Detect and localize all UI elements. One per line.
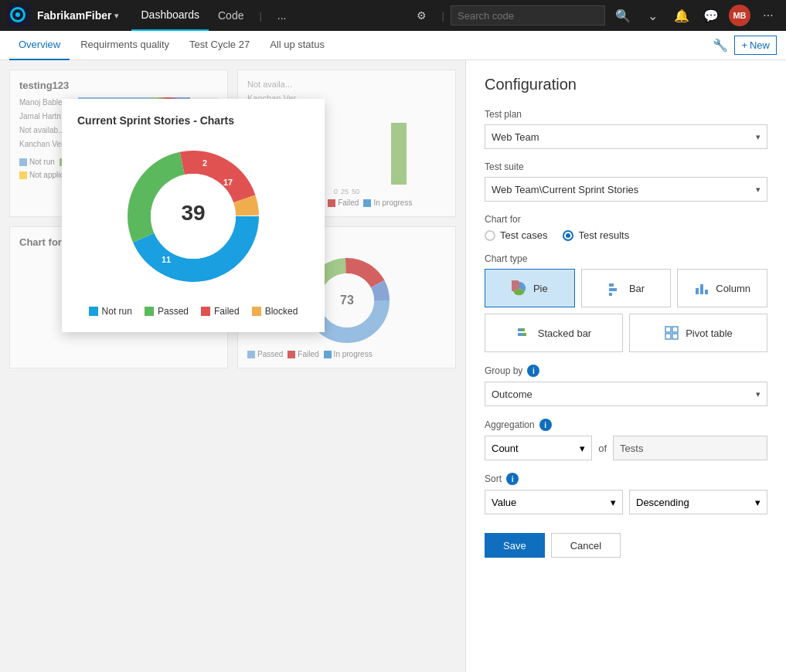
test-suite-dropdown[interactable]: Web Team\Current Sprint Stories ▾	[485, 177, 767, 202]
chart-for-label: Chart for	[485, 214, 767, 225]
avatar[interactable]: MB	[729, 5, 750, 26]
config-title: Configuration	[485, 76, 767, 93]
svg-text:17: 17	[223, 178, 233, 187]
chart-legend: Not run Passed Failed Blocked	[77, 306, 309, 317]
tile-title-testing: testing123	[19, 80, 218, 91]
group-by-dropdown[interactable]: Outcome ▾	[485, 382, 767, 406]
svg-rect-17	[609, 283, 614, 287]
sort-value-chevron-icon: ▾	[611, 497, 616, 508]
chart-type-pie[interactable]: Pie	[485, 269, 575, 307]
legend-not-run: Not run	[89, 306, 132, 317]
sort-row: Value ▾ Descending ▾	[485, 490, 767, 514]
pie-icon	[512, 280, 527, 296]
svg-rect-18	[609, 288, 617, 291]
sort-order-dropdown[interactable]: Descending ▾	[629, 490, 767, 514]
sort-order-chevron-icon: ▾	[755, 497, 760, 508]
svg-text:73: 73	[340, 294, 354, 307]
search-icon[interactable]: 🔍	[611, 4, 635, 27]
test-plan-dropdown[interactable]: Web Team ▾	[485, 124, 767, 149]
pivot-icon	[664, 325, 679, 341]
legend-blocked: Blocked	[252, 306, 298, 317]
subnav-testcycle[interactable]: Test Cycle 27	[180, 31, 259, 60]
svg-text:11: 11	[162, 255, 171, 264]
brand-name[interactable]: FabrikamFiber	[37, 9, 111, 22]
aggregation-chevron-icon: ▾	[580, 443, 585, 454]
test-suite-label: Test suite	[485, 161, 767, 172]
nav-item-more[interactable]: ...	[268, 0, 296, 31]
sub-nav: Overview Requirments quality Test Cycle …	[0, 31, 786, 60]
brand-chevron[interactable]: ▾	[114, 11, 119, 21]
sort-info-icon[interactable]: i	[506, 473, 519, 485]
svg-rect-28	[672, 327, 678, 332]
radio-circle-test-cases	[485, 230, 495, 241]
svg-text:39: 39	[181, 201, 205, 225]
svg-rect-24	[521, 328, 525, 331]
settings-icon[interactable]: 🔧	[713, 38, 728, 53]
logo	[6, 3, 31, 28]
search-input[interactable]	[451, 5, 605, 25]
group-by-chevron-icon: ▾	[756, 389, 760, 399]
test-suite-chevron-icon: ▾	[756, 185, 760, 195]
subnav-overview[interactable]: Overview	[9, 31, 70, 60]
nav-item-settings[interactable]: ⚙	[407, 0, 436, 31]
chart-card-title: Current Sprint Stories - Charts	[77, 114, 309, 127]
config-panel: Configuration Test plan Web Team ▾ Test …	[465, 60, 786, 672]
aggregation-count-dropdown[interactable]: Count ▾	[485, 436, 592, 460]
svg-rect-27	[665, 327, 671, 332]
group-by-info-icon[interactable]: i	[527, 365, 539, 377]
radio-test-cases[interactable]: Test cases	[485, 229, 547, 241]
svg-rect-26	[523, 333, 526, 336]
sort-label: Sort	[485, 473, 502, 484]
sort-value-dropdown[interactable]: Value ▾	[485, 490, 623, 514]
chevron-down-icon[interactable]: ⌄	[641, 4, 664, 27]
svg-text:9: 9	[156, 193, 161, 202]
svg-rect-20	[696, 288, 699, 294]
chart-type-grid-2: Stacked bar Pivot table	[485, 314, 767, 352]
nav-item-dashboards[interactable]: Dashboards	[131, 0, 209, 31]
bar-icon	[607, 280, 623, 296]
stacked-bar-icon	[516, 325, 532, 341]
top-nav: FabrikamFiber ▾ Dashboards Code | ... ⚙ …	[0, 0, 786, 31]
chart-card: Current Sprint Stories - Charts 39	[62, 99, 325, 332]
chart-type-bar[interactable]: Bar	[581, 269, 672, 307]
svg-rect-22	[705, 290, 708, 294]
main-content: testing123 Manoj Bable... Jamal Hartn...…	[0, 60, 786, 672]
subnav-allup[interactable]: All up status	[260, 31, 334, 60]
chart-for-options: Test cases Test results	[485, 229, 767, 241]
donut-chart: 39 17 11 9 2	[116, 139, 271, 294]
chart-type-stacked-bar[interactable]: Stacked bar	[485, 314, 623, 352]
svg-rect-23	[518, 328, 521, 331]
bell-icon[interactable]: 🔔	[670, 4, 693, 27]
chart-type-grid: Pie Bar Column	[485, 269, 767, 307]
chart-type-pivot[interactable]: Pivot table	[629, 314, 767, 352]
column-icon	[694, 280, 709, 296]
legend-passed: Passed	[145, 306, 189, 317]
svg-rect-19	[609, 293, 612, 296]
svg-rect-21	[700, 284, 703, 294]
chat-icon[interactable]: 💬	[699, 4, 723, 27]
svg-rect-25	[518, 333, 523, 336]
group-by-label: Group by	[485, 365, 522, 376]
more-icon[interactable]: ···	[757, 4, 780, 27]
new-button[interactable]: + New	[734, 36, 777, 55]
radio-circle-test-results	[563, 230, 573, 241]
chart-type-column[interactable]: Column	[677, 269, 767, 307]
aggregation-tests-field: Tests	[613, 436, 767, 460]
legend-failed: Failed	[201, 306, 240, 317]
action-row: Save Cancel	[485, 533, 767, 558]
aggregation-info-icon[interactable]: i	[539, 419, 552, 431]
test-plan-chevron-icon: ▾	[756, 132, 760, 142]
svg-rect-30	[672, 334, 678, 339]
cancel-button[interactable]: Cancel	[551, 533, 621, 558]
svg-rect-29	[665, 334, 671, 339]
radio-test-results[interactable]: Test results	[563, 229, 629, 241]
save-button[interactable]: Save	[485, 533, 545, 558]
test-plan-label: Test plan	[485, 109, 767, 120]
svg-text:2: 2	[202, 158, 207, 168]
nav-item-code[interactable]: Code	[209, 0, 253, 31]
subnav-requirements[interactable]: Requirments quality	[71, 31, 179, 60]
aggregation-label: Aggregation	[485, 419, 535, 430]
chart-type-label: Chart type	[485, 253, 767, 264]
aggregation-row: Count ▾ of Tests	[485, 436, 767, 460]
aggregation-of-text: of	[598, 443, 607, 454]
